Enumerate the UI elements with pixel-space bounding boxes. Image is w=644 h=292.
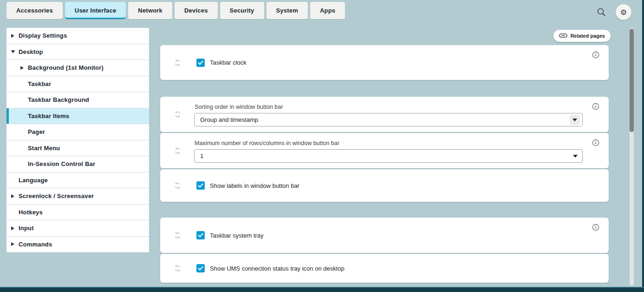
sidebar-item-label: Taskbar [28, 80, 51, 87]
setting-card-max-rows-columns: Maximum number of rows/columns in window… [160, 133, 609, 168]
sidebar-item-background-1st-monitor[interactable]: Background (1st Monitor) [7, 60, 149, 76]
sidebar-item-label: Background (1st Monitor) [28, 64, 104, 71]
info-icon[interactable] [592, 103, 599, 110]
sidebar-item-screenlock-screensaver[interactable]: Screenlock / Screensaver [7, 188, 149, 205]
settings-panel: Related pages Taskbar clock Sorting orde… [160, 0, 609, 292]
sidebar-item-language[interactable]: Language [7, 173, 149, 189]
settings-window: Accessories User Interface Network Devic… [0, 0, 644, 292]
info-icon[interactable] [592, 224, 599, 231]
sidebar-item-input[interactable]: Input [7, 220, 149, 237]
sidebar-item-taskbar-items[interactable]: Taskbar Items [7, 108, 149, 125]
setting-label: Taskbar clock [210, 59, 247, 66]
check-icon [198, 231, 203, 239]
setting-label: Taskbar system tray [210, 232, 264, 239]
chevron-right-icon [11, 226, 19, 230]
link-icon [559, 33, 567, 39]
info-icon[interactable] [592, 51, 599, 59]
sidebar-item-label: Pager [28, 128, 45, 135]
chevron-right-icon [11, 242, 19, 246]
gear-icon: ⚙ [620, 8, 627, 17]
dropdown-selected-value: Group and timestamp [200, 116, 258, 123]
setting-card-show-labels: Show labels in window button bar [160, 169, 609, 202]
sorting-order-dropdown[interactable]: Group and timestamp [194, 113, 583, 126]
show-labels-checkbox[interactable] [196, 181, 205, 190]
sidebar-item-display-settings[interactable]: Display Settings [7, 28, 149, 44]
check-icon [198, 264, 203, 272]
sidebar-item-hotkeys[interactable]: Hotkeys [7, 205, 149, 221]
setting-label: Sorting order in window button bar [195, 104, 283, 110]
reset-to-default-icon[interactable] [174, 111, 181, 118]
reset-to-default-icon[interactable] [174, 265, 181, 272]
info-icon[interactable] [592, 139, 599, 146]
sidebar-item-label: Commands [19, 241, 52, 248]
sidebar-item-taskbar[interactable]: Taskbar [7, 76, 149, 93]
related-pages-label: Related pages [570, 33, 605, 39]
system-tray-checkbox[interactable] [196, 231, 205, 239]
setting-card-system-tray: Taskbar system tray [160, 218, 609, 253]
sidebar-item-pager[interactable]: Pager [7, 124, 149, 140]
check-icon [198, 59, 203, 67]
sidebar-item-label: In-Session Control Bar [28, 160, 95, 167]
setting-card-sorting-order: Sorting order in window button bar Group… [160, 97, 609, 132]
sidebar-item-label: Desktop [19, 48, 43, 55]
setting-card-ums-tray-icon: Show UMS connection status tray icon on … [160, 254, 609, 283]
sidebar-item-desktop[interactable]: Desktop [7, 44, 149, 60]
chevron-right-icon [20, 66, 28, 70]
dropdown-caret-icon [570, 115, 580, 125]
scrollbar-thumb[interactable] [630, 29, 634, 132]
settings-tree-sidebar: Display Settings Desktop Background (1st… [7, 28, 149, 252]
reset-to-default-icon[interactable] [174, 232, 181, 239]
tab-user-interface[interactable]: User Interface [65, 2, 126, 19]
sidebar-item-label: Input [19, 225, 34, 232]
related-pages-button[interactable]: Related pages [553, 30, 611, 42]
sidebar-item-commands[interactable]: Commands [7, 237, 149, 253]
chevron-right-icon [11, 34, 19, 38]
sidebar-item-label: Language [19, 177, 48, 184]
sidebar-item-label: Screenlock / Screensaver [19, 192, 94, 199]
ums-tray-icon-checkbox[interactable] [196, 264, 205, 272]
vertical-scrollbar[interactable] [630, 28, 634, 285]
window-border-bottom [0, 287, 644, 292]
sidebar-item-label: Taskbar Background [28, 96, 89, 103]
reset-to-default-icon[interactable] [174, 59, 181, 66]
check-icon [198, 181, 203, 190]
chevron-right-icon [11, 194, 19, 198]
sidebar-item-in-session-control-bar[interactable]: In-Session Control Bar [7, 156, 149, 173]
setting-card-taskbar-clock: Taskbar clock [160, 45, 609, 80]
sidebar-item-start-menu[interactable]: Start Menu [7, 140, 149, 157]
sidebar-item-label: Hotkeys [19, 209, 43, 216]
dropdown-selected-value: 1 [200, 153, 203, 159]
reset-to-default-icon[interactable] [174, 147, 181, 154]
profile-settings-button[interactable]: ⚙ [616, 4, 631, 20]
sidebar-item-taskbar-background[interactable]: Taskbar Background [7, 92, 149, 108]
dropdown-caret-icon [573, 155, 578, 158]
max-rows-columns-dropdown[interactable]: 1 [194, 149, 583, 163]
tab-accessories[interactable]: Accessories [7, 2, 63, 19]
window-border-right [642, 0, 644, 292]
sidebar-item-label: Start Menu [28, 145, 60, 152]
setting-label: Show labels in window button bar [210, 182, 299, 189]
chevron-down-icon [11, 50, 19, 53]
reset-to-default-icon[interactable] [174, 182, 181, 189]
setting-label: Show UMS connection status tray icon on … [210, 265, 345, 272]
setting-label: Maximum number of rows/columns in window… [195, 140, 339, 146]
taskbar-clock-checkbox[interactable] [196, 59, 205, 67]
sidebar-item-label: Taskbar Items [28, 113, 69, 119]
sidebar-item-label: Display Settings [19, 32, 67, 39]
